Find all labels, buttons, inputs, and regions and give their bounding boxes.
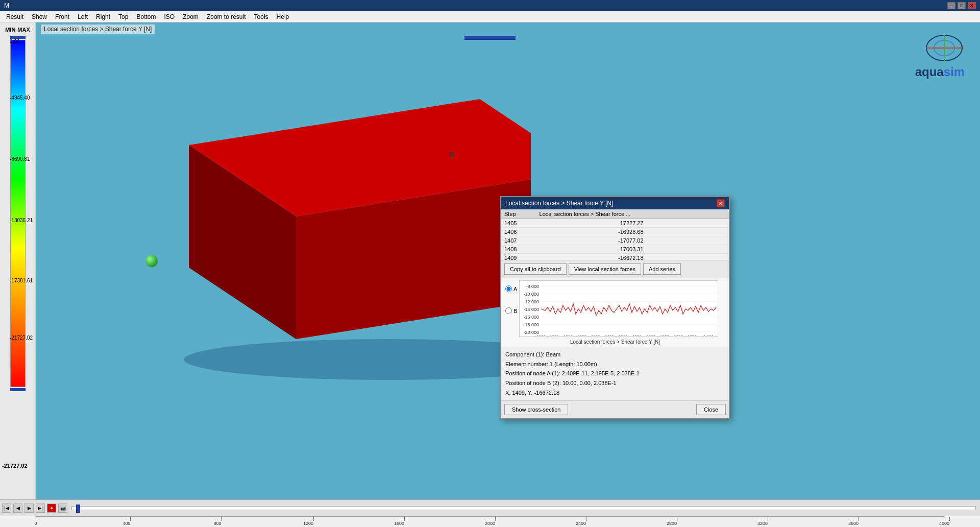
maximize-button[interactable]: □ [958, 2, 966, 9]
data-table-body: 1405-17227.271406-16928.681407-17077.021… [501, 219, 729, 260]
scale-val-1: -4345.40 [10, 95, 30, 101]
radio-b-label[interactable]: B [505, 307, 517, 314]
add-series-button[interactable]: Add series [643, 264, 681, 275]
menu-iso[interactable]: ISO [160, 12, 179, 21]
svg-text:1200: 1200 [536, 334, 546, 337]
menu-top[interactable]: Top [114, 12, 132, 21]
table-row[interactable]: 1407-17077.02 [501, 236, 729, 245]
info-xy: X: 1409, Y: -16672.18 [505, 388, 725, 398]
menu-result[interactable]: Result [2, 12, 28, 21]
menu-help[interactable]: Help [273, 12, 293, 21]
radio-a-input[interactable] [505, 285, 512, 292]
close-button[interactable]: ✕ [968, 2, 976, 9]
logo-icon [924, 33, 965, 63]
min-value-display: -21727.02 [2, 463, 28, 469]
ruler-tick-group: 2400 [581, 517, 591, 526]
info-component: Component (1): Beam [505, 350, 725, 360]
ruler-tick-group: 400 [127, 517, 134, 526]
ruler-tick-group: 2800 [672, 517, 682, 526]
menu-left[interactable]: Left [74, 12, 92, 21]
green-sphere [145, 255, 158, 267]
ruler: 040080012001600200024002800320036004000 [0, 516, 980, 527]
3d-box-svg [87, 74, 531, 390]
svg-text:1300: 1300 [564, 334, 573, 337]
svg-text:-14 000: -14 000 [524, 307, 540, 312]
table-row[interactable]: 1409-16672.18 [501, 254, 729, 260]
ruler-tick-group: 2000 [490, 517, 500, 526]
radio-b-text: B [513, 308, 517, 314]
nav-prev-button[interactable]: ◀ [13, 504, 22, 513]
radio-a-label[interactable]: A [505, 285, 517, 292]
svg-text:-16 000: -16 000 [524, 315, 540, 320]
info-element: Element number: 1 (Length: 10.00m) [505, 360, 725, 369]
menu-front[interactable]: Front [51, 12, 74, 21]
table-row[interactable]: 1405-17227.27 [501, 219, 729, 228]
svg-text:1550: 1550 [632, 334, 642, 337]
ruler-tick-group: 0 [36, 517, 38, 526]
scale-val-0: 0.00 [10, 39, 19, 44]
local-section-forces-dialog: Local section forces > Shear force Y [N]… [500, 196, 730, 419]
table-row[interactable]: 1406-16928.68 [501, 228, 729, 236]
dialog-footer-close-button[interactable]: Close [696, 404, 726, 415]
min-thumb[interactable] [10, 388, 26, 391]
minmax-labels: MIN MAX [5, 27, 30, 33]
svg-text:-8 000: -8 000 [526, 284, 540, 289]
table-row[interactable]: 1408-17003.31 [501, 245, 729, 254]
menu-zoom[interactable]: Zoom [179, 12, 203, 21]
chart-inner: A B -8 000 -10 000 -12 000 [503, 280, 727, 338]
colorscale-panel: MIN MAX 0.00 -4345.40 -8690.81 -13036.21… [0, 22, 36, 499]
chart-line [541, 304, 716, 316]
info-text-area: Component (1): Beam Element number: 1 (L… [501, 347, 729, 400]
min-label: MIN [5, 27, 15, 33]
col-value: Local section forces > Shear force ... [536, 209, 729, 219]
radio-b-input[interactable] [505, 307, 512, 314]
timeline-track[interactable] [71, 506, 976, 510]
dialog-content: Step Local section forces > Shear force … [501, 209, 729, 418]
ruler-tick-group: 3600 [853, 517, 864, 526]
scale-val-3: -13036.21 [10, 218, 33, 223]
info-pos-a: Position of node A (1): 2.409E-11, 2.195… [505, 369, 725, 378]
svg-text:1250: 1250 [550, 334, 559, 337]
show-cross-section-button[interactable]: Show cross-section [504, 404, 568, 415]
timeline-thumb[interactable] [76, 505, 80, 513]
radio-a-text: A [513, 286, 517, 292]
dialog-close-button[interactable]: ✕ [717, 199, 725, 207]
menu-bottom[interactable]: Bottom [132, 12, 160, 21]
copy-all-button[interactable]: Copy all to clipboard [504, 264, 567, 275]
menu-show[interactable]: Show [28, 12, 51, 21]
svg-text:1400: 1400 [591, 334, 600, 337]
ruler-tick-group: 4000 [944, 517, 954, 526]
scale-val-5: -21727.02 [10, 335, 33, 341]
nav-camera-button[interactable]: 📷 [58, 504, 67, 513]
svg-text:1650: 1650 [660, 334, 669, 337]
view-local-section-forces-button[interactable]: View local section forces [569, 264, 641, 275]
nav-next-button[interactable]: ▶| [36, 504, 45, 513]
table-scroll-area[interactable]: 1405-17227.271406-16928.681407-17077.021… [501, 219, 729, 260]
main-viewport: MIN MAX 0.00 -4345.40 -8690.81 -13036.21… [0, 22, 980, 499]
menu-zoom-result[interactable]: Zoom to result [203, 12, 250, 21]
svg-text:1350: 1350 [577, 334, 586, 337]
chart-radio-group: A B [503, 280, 519, 314]
svg-text:1450: 1450 [605, 334, 614, 337]
logo-sim: sim [944, 65, 965, 79]
minimize-button[interactable]: — [947, 2, 955, 9]
svg-text:1600: 1600 [646, 334, 655, 337]
bottom-navigation-bar: |◀ ◀ ▶ ▶| ● 📷 [0, 499, 980, 516]
ruler-tick-group: 800 [217, 517, 225, 526]
nav-record-button[interactable]: ● [47, 504, 56, 513]
svg-text:1700: 1700 [674, 334, 683, 337]
ruler-tick-group: 3200 [763, 517, 773, 526]
table-body-rows: 1405-17227.271406-16928.681407-17077.021… [501, 219, 729, 260]
menu-right[interactable]: Right [92, 12, 114, 21]
menu-tools[interactable]: Tools [250, 12, 273, 21]
svg-text:-10 000: -10 000 [524, 292, 540, 297]
ruler-inner: 040080012001600200024002800320036004000 [36, 516, 944, 528]
box-shadow [184, 339, 531, 380]
svg-text:-12 000: -12 000 [524, 299, 540, 304]
svg-text:1500: 1500 [619, 334, 628, 337]
logo-text: aquasim [915, 65, 965, 79]
chart-svg-container: -8 000 -10 000 -12 000 -14 000 -16 000 -… [519, 280, 727, 338]
nav-begin-button[interactable]: |◀ [2, 504, 11, 513]
nav-play-button[interactable]: ▶ [24, 504, 34, 513]
chart-svg: -8 000 -10 000 -12 000 -14 000 -16 000 -… [519, 280, 718, 337]
